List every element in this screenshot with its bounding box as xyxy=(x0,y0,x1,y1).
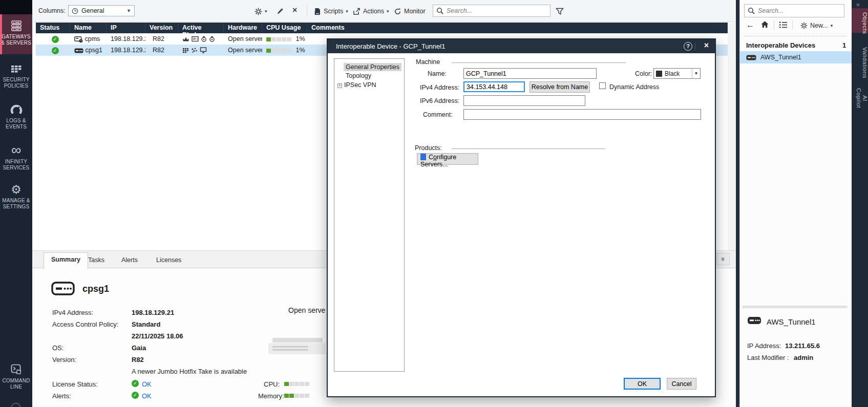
dialog-close-icon[interactable]: × xyxy=(704,41,709,50)
alerts-ok-icon xyxy=(132,392,139,399)
actions-button[interactable]: Actions ▾ xyxy=(353,5,389,17)
objects-search-box[interactable] xyxy=(744,4,844,17)
tree-item-topology[interactable]: Topology xyxy=(334,71,404,80)
edit-button[interactable] xyxy=(277,5,284,17)
configure-servers-button[interactable]: Configure Servers... xyxy=(417,153,478,165)
field-label: IPv4 Address: xyxy=(52,309,93,316)
ipv6-input[interactable] xyxy=(463,95,585,106)
field-value: R82 xyxy=(132,356,144,363)
sidebar-item-security-policies[interactable]: SECURITY POLICIES xyxy=(0,57,32,97)
filter-button[interactable] xyxy=(556,5,564,17)
monitor-label: Monitor xyxy=(404,8,426,15)
table-scrollbar[interactable] xyxy=(728,23,736,250)
color-value: Black xyxy=(665,70,689,77)
summary-device-name: cpsg1 xyxy=(82,284,109,294)
dynamic-address-label: Dynamic Address xyxy=(609,83,659,91)
machine-section-label: Machine xyxy=(416,58,440,66)
panel-divider[interactable] xyxy=(736,0,739,407)
crown-icon xyxy=(182,36,189,42)
scripts-label: Scripts xyxy=(324,8,343,15)
policy-panel-icon xyxy=(192,36,199,42)
column-header[interactable]: Version xyxy=(145,23,178,33)
cpu-label: CPU: xyxy=(264,380,280,388)
sidebar-item-infinity-services[interactable]: ∞ INFINITY SERVICES xyxy=(0,139,32,179)
sidebar-item-command-line[interactable]: COMMAND LINE xyxy=(0,358,32,395)
column-header[interactable]: Hardware xyxy=(224,23,262,33)
column-header[interactable]: Comments xyxy=(307,23,728,33)
alerts-value[interactable]: OK xyxy=(142,392,152,400)
column-header[interactable]: IP xyxy=(107,23,145,33)
new-object-button[interactable]: ▾ xyxy=(255,5,267,17)
chevron-down-icon: ▼ xyxy=(692,69,700,78)
objects-search-input[interactable] xyxy=(758,7,841,14)
tab-objects[interactable]: Objects xyxy=(852,8,868,33)
sidebar-item-manage-settings[interactable]: ⚙ MANAGE & SETTINGS xyxy=(0,178,32,218)
gateway-hardware: Open server xyxy=(224,35,262,42)
ok-button[interactable]: OK xyxy=(624,378,661,390)
resolve-from-name-button[interactable]: Resolve from Name xyxy=(530,81,590,93)
sidebar-item-label: LINE xyxy=(0,384,32,390)
ipv4-input[interactable] xyxy=(463,81,525,92)
columns-view-dropdown[interactable]: General ▼ xyxy=(68,5,135,16)
interoperable-device-dialog: Interoperable Device - GCP_Tunnel1 ? × G… xyxy=(327,38,716,397)
dynamic-address-checkbox[interactable] xyxy=(599,82,606,89)
policy-grid-icon xyxy=(10,62,23,75)
interoperable-device-icon xyxy=(746,55,756,60)
search-input[interactable] xyxy=(447,7,547,14)
gauge-icon xyxy=(10,103,23,116)
delete-button[interactable]: × xyxy=(292,4,297,16)
list-view-icon[interactable] xyxy=(779,21,788,29)
terminal-icon xyxy=(10,363,23,376)
tab-tasks[interactable]: Tasks xyxy=(81,253,112,269)
tree-expander-icon[interactable]: + xyxy=(337,83,342,88)
monitor-icon xyxy=(200,47,207,53)
comment-input[interactable] xyxy=(463,109,701,120)
tab-ai-copilot[interactable]: AI Copilot xyxy=(852,83,868,114)
new-label: New... xyxy=(810,22,828,29)
field-value: Gaia xyxy=(132,344,146,352)
gateway-ip: 198.18.129.20 xyxy=(107,35,145,42)
chevron-down-icon: ▾ xyxy=(387,9,389,14)
sidebar-item-gateways-servers[interactable]: GATEWAYS & SERVERS xyxy=(0,14,32,54)
tree-item-general-properties[interactable]: General Properties xyxy=(344,63,401,71)
dialog-titlebar[interactable]: Interoperable Device - GCP_Tunnel1 xyxy=(328,39,715,53)
detail-splitter-handle[interactable] xyxy=(742,306,848,308)
monitor-button[interactable]: Monitor xyxy=(394,5,426,17)
search-icon xyxy=(436,7,443,14)
pod-icon xyxy=(209,36,215,42)
tab-validations[interactable]: Validations xyxy=(852,43,868,75)
chevron-down-icon: ▾ xyxy=(346,9,348,14)
gateway-version: R82 xyxy=(145,47,178,54)
appliance-image xyxy=(267,337,327,356)
name-input[interactable] xyxy=(463,68,597,79)
sidebar-item-label: EVENTS xyxy=(0,124,32,130)
main-search-box[interactable] xyxy=(433,5,551,17)
scripts-button[interactable]: Scripts ▾ xyxy=(314,5,348,17)
cancel-button[interactable]: Cancel xyxy=(667,378,696,390)
help-icon[interactable] xyxy=(11,403,20,407)
columns-label: Columns: xyxy=(38,7,66,14)
back-arrow-icon[interactable]: ← xyxy=(746,20,754,30)
tab-licenses[interactable]: Licenses xyxy=(149,253,188,269)
new-object-button[interactable]: New... ▾ xyxy=(800,19,833,32)
scripts-icon xyxy=(314,8,321,15)
gateway-hardware: Open server xyxy=(224,47,262,54)
object-list-item[interactable]: AWS_Tunnel1 xyxy=(740,51,852,63)
color-dropdown[interactable]: Black ▼ xyxy=(653,68,701,79)
alerts-label: Alerts: xyxy=(52,392,71,400)
column-header[interactable]: Active Blades xyxy=(178,23,224,33)
sidebar-item-label: SERVICES xyxy=(0,165,32,171)
sidebar-item-logs-events[interactable]: LOGS & EVENTS xyxy=(0,98,32,138)
tree-item-ipsec-vpn[interactable]: +IPSec VPN xyxy=(334,80,404,90)
tab-alerts[interactable]: Alerts xyxy=(114,253,145,269)
products-section-label: Products: xyxy=(415,144,442,152)
collapse-panel-button[interactable]: » xyxy=(716,253,730,265)
column-header[interactable]: CPU Usage xyxy=(262,23,307,33)
column-header[interactable]: Name xyxy=(70,23,107,33)
column-header[interactable]: Status xyxy=(36,23,70,33)
home-icon[interactable] xyxy=(760,20,769,29)
collapse-strip-icon[interactable]: » xyxy=(856,1,860,8)
license-status-value[interactable]: OK xyxy=(142,380,152,388)
dialog-help-icon[interactable]: ? xyxy=(684,42,692,51)
main-toolbar: Columns: General ▼ ▾ × Scripts ▾ Actions xyxy=(32,0,736,22)
